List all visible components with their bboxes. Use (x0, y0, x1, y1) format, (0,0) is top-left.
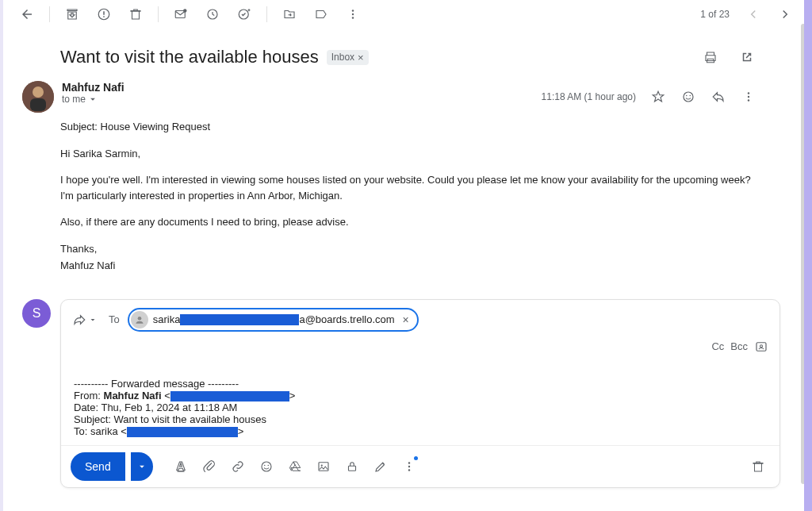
inbox-label-chip[interactable]: Inbox × (327, 50, 369, 65)
separator (158, 6, 159, 22)
send-button[interactable]: Send (71, 452, 125, 481)
chevron-down-icon (88, 315, 98, 325)
svg-point-13 (684, 92, 693, 102)
svg-rect-3 (175, 11, 185, 18)
add-task-button[interactable] (230, 0, 259, 29)
remove-label-icon[interactable]: × (358, 52, 364, 63)
forwarded-separator: ---------- Forwarded message --------- (74, 378, 767, 390)
separator (49, 6, 50, 22)
move-to-button[interactable] (275, 0, 304, 29)
body-signature: Mahfuz Nafi (60, 258, 761, 274)
bcc-button[interactable]: Bcc (730, 340, 748, 352)
message-more-button[interactable] (736, 84, 761, 110)
sender-name: Mahfuz Nafi (62, 81, 542, 94)
body-p1: I hope you're well. I'm interested in vi… (60, 172, 761, 203)
contacts-icon[interactable] (754, 340, 768, 354)
reply-button[interactable] (706, 84, 731, 110)
to-label: To (109, 313, 120, 325)
star-button[interactable] (645, 84, 671, 110)
recipient-email: sarikaa@boards.trello.com (153, 313, 395, 325)
svg-point-4 (183, 9, 187, 13)
svg-point-11 (33, 86, 44, 98)
person-icon (131, 311, 148, 328)
sender-avatar[interactable] (22, 81, 54, 113)
fwd-from-line: From: Mahfuz Nafi <> (74, 390, 767, 402)
remove-recipient-icon[interactable]: × (400, 313, 412, 326)
compose-toolbar: Send (61, 445, 779, 487)
inbox-label-text: Inbox (331, 52, 354, 63)
compose-body[interactable]: ---------- Forwarded message --------- F… (61, 359, 779, 445)
fwd-date-line: Date: Thu, Feb 1, 2024 at 11:18 AM (74, 402, 767, 413)
formatting-button[interactable] (169, 455, 193, 478)
chevron-down-icon (87, 94, 98, 105)
compose-more-button[interactable] (397, 455, 421, 478)
svg-point-9 (352, 17, 354, 18)
fwd-to-line: To: sarika <> (74, 425, 767, 437)
open-new-window-button[interactable] (733, 43, 761, 71)
svg-rect-20 (756, 342, 766, 351)
prev-button[interactable] (739, 0, 768, 29)
svg-point-23 (262, 462, 271, 471)
recipient-chip[interactable]: sarikaa@boards.trello.com × (128, 308, 419, 332)
react-button[interactable] (676, 84, 701, 110)
next-button[interactable] (771, 0, 799, 29)
body-greeting: Hi Sarika Sarmin, (60, 146, 761, 162)
svg-point-16 (748, 92, 749, 94)
svg-rect-2 (103, 16, 105, 17)
svg-point-27 (320, 464, 322, 466)
cc-button[interactable]: Cc (711, 340, 724, 352)
email-body: Subject: House Viewing Request Hi Sarika… (3, 113, 809, 274)
window-border (804, 0, 812, 511)
svg-point-18 (748, 99, 749, 101)
page-count: 1 of 23 (700, 9, 730, 20)
emoji-button[interactable] (255, 455, 278, 478)
svg-point-14 (686, 95, 688, 97)
svg-point-21 (760, 344, 763, 347)
mark-unread-button[interactable] (167, 0, 195, 29)
timestamp: 11:18 AM (1 hour ago) (542, 91, 636, 102)
svg-rect-1 (103, 11, 105, 15)
svg-point-24 (264, 464, 266, 466)
more-button[interactable] (339, 0, 367, 29)
image-button[interactable] (312, 455, 335, 478)
thread-toolbar: 1 of 23 (3, 0, 809, 29)
body-p2: Also, if there are any documents I need … (60, 214, 761, 230)
fwd-subject-line: Subject: Want to visit the available hou… (74, 413, 767, 425)
separator (266, 6, 267, 22)
svg-point-17 (748, 96, 749, 98)
compose-box: To sarikaa@boards.trello.com × Cc Bcc --… (60, 299, 780, 488)
spam-button[interactable] (90, 0, 118, 29)
svg-point-29 (408, 462, 410, 463)
body-subject-line: Subject: House Viewing Request (60, 119, 761, 135)
drive-button[interactable] (283, 455, 307, 478)
send-options-button[interactable] (131, 452, 153, 481)
svg-point-31 (408, 469, 410, 471)
svg-point-7 (352, 10, 354, 11)
svg-point-25 (267, 464, 269, 466)
compose-avatar: S (22, 299, 51, 328)
svg-point-15 (690, 95, 691, 97)
back-button[interactable] (13, 0, 41, 29)
svg-point-8 (352, 13, 354, 15)
svg-rect-22 (177, 471, 184, 472)
svg-rect-12 (30, 98, 46, 111)
print-button[interactable] (696, 43, 725, 71)
signature-button[interactable] (369, 455, 393, 478)
discard-button[interactable] (746, 455, 770, 478)
svg-point-30 (408, 465, 410, 467)
svg-point-19 (137, 316, 141, 320)
labels-button[interactable] (307, 0, 335, 29)
email-subject: Want to visit the available houses (60, 47, 319, 67)
confidential-button[interactable] (340, 455, 364, 478)
reply-type-selector[interactable] (72, 313, 98, 327)
body-thanks: Thanks, (60, 241, 761, 257)
snooze-button[interactable] (198, 0, 227, 29)
recipient-summary[interactable]: to me (62, 94, 542, 105)
svg-rect-28 (348, 466, 355, 471)
delete-button[interactable] (121, 0, 150, 29)
link-button[interactable] (226, 455, 250, 478)
archive-button[interactable] (58, 0, 86, 29)
attach-button[interactable] (197, 455, 221, 478)
